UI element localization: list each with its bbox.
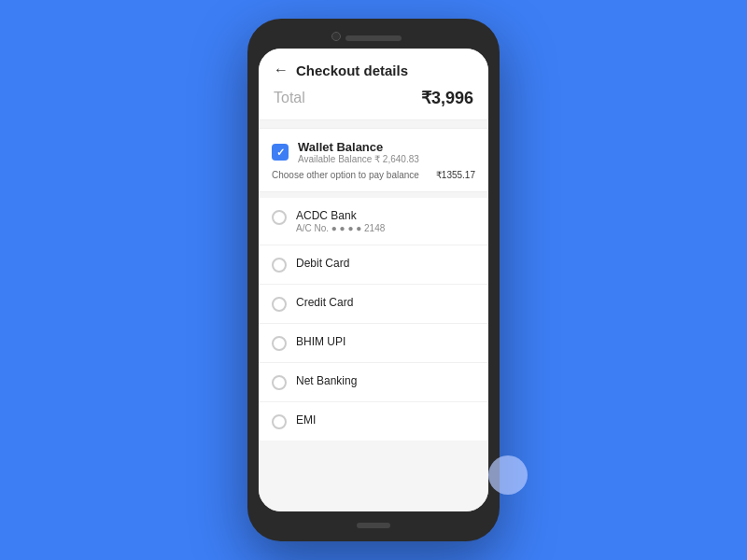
- radio-button[interactable]: [272, 336, 287, 351]
- screen-header: ← Checkout details Total ₹3,996: [259, 49, 488, 120]
- radio-button[interactable]: [272, 414, 287, 429]
- phone-device: ← Checkout details Total ₹3,996 ✓ Wallet…: [247, 19, 500, 541]
- payment-option[interactable]: BHIM UPI: [259, 324, 488, 363]
- payment-option[interactable]: ACDC Bank A/C No. ● ● ● ● 2148: [259, 198, 488, 245]
- total-label: Total: [274, 90, 305, 106]
- option-name: Credit Card: [296, 296, 353, 309]
- option-sub: A/C No. ● ● ● ● 2148: [296, 223, 385, 233]
- option-info: Credit Card: [296, 296, 353, 309]
- payment-option[interactable]: Debit Card: [259, 245, 488, 285]
- payment-option[interactable]: Credit Card: [259, 285, 488, 324]
- radio-button[interactable]: [272, 375, 287, 390]
- page-title: Checkout details: [296, 63, 408, 78]
- screen-body: ✓ Wallet Balance Available Balance ₹ 2,6…: [259, 120, 488, 511]
- radio-button[interactable]: [272, 297, 287, 312]
- total-amount: ₹3,996: [421, 88, 473, 108]
- phone-speaker: [345, 35, 402, 41]
- phone-screen: ← Checkout details Total ₹3,996 ✓ Wallet…: [259, 49, 488, 511]
- wallet-info: Wallet Balance Available Balance ₹ 2,640…: [298, 140, 419, 164]
- option-info: Net Banking: [296, 374, 357, 387]
- wallet-section: ✓ Wallet Balance Available Balance ₹ 2,6…: [259, 128, 488, 192]
- option-info: BHIM UPI: [296, 335, 345, 348]
- payment-options-list: ACDC Bank A/C No. ● ● ● ● 2148 Debit Car…: [259, 198, 488, 441]
- option-info: ACDC Bank A/C No. ● ● ● ● 2148: [296, 209, 385, 233]
- option-info: EMI: [296, 413, 316, 427]
- back-button[interactable]: ←: [274, 62, 289, 78]
- payment-option[interactable]: EMI: [259, 402, 488, 441]
- option-name: Net Banking: [296, 374, 357, 387]
- radio-button[interactable]: [272, 210, 287, 225]
- option-name: ACDC Bank: [296, 209, 385, 222]
- wallet-checkbox[interactable]: ✓: [272, 144, 289, 161]
- option-info: Debit Card: [296, 257, 349, 270]
- phone-home-button[interactable]: [357, 523, 390, 528]
- radio-button[interactable]: [272, 258, 287, 273]
- phone-camera: [331, 32, 341, 41]
- option-name: BHIM UPI: [296, 335, 345, 348]
- choose-other-text: Choose other option to pay balance: [272, 170, 419, 180]
- fab-button[interactable]: [488, 455, 528, 495]
- wallet-available-balance: Available Balance ₹ 2,640.83: [298, 154, 419, 164]
- balance-due: ₹1355.17: [436, 170, 475, 180]
- payment-option[interactable]: Net Banking: [259, 363, 488, 402]
- option-name: Debit Card: [296, 257, 349, 270]
- wallet-name: Wallet Balance: [298, 140, 419, 154]
- choose-other-row: Choose other option to pay balance ₹1355…: [272, 170, 475, 180]
- checkmark-icon: ✓: [276, 147, 285, 159]
- option-name: EMI: [296, 413, 316, 427]
